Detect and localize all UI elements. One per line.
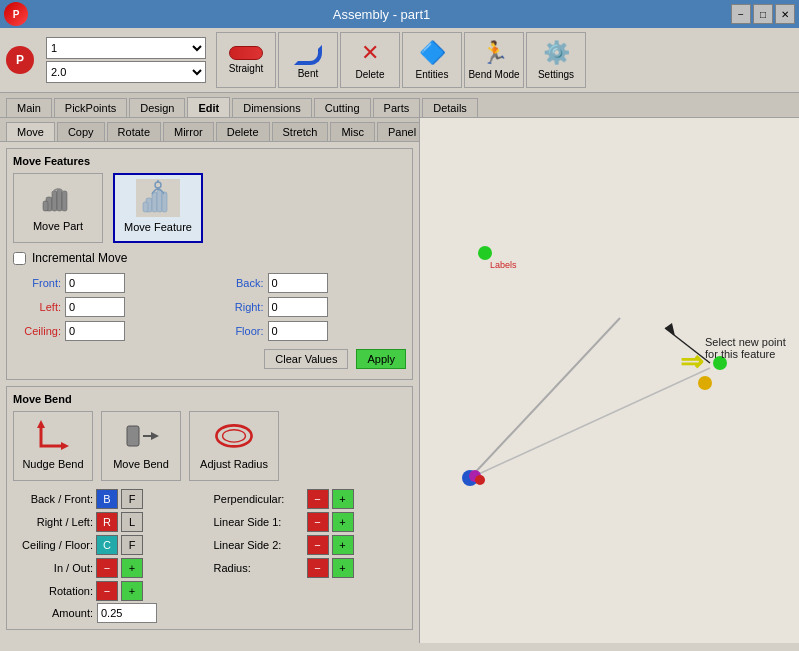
move-feature-label: Move Feature [124,221,192,233]
svg-rect-8 [162,192,167,212]
dropdown-2[interactable]: 2.0 [46,61,206,83]
front-input[interactable] [65,273,125,293]
move-bend-section: Move Bend Nudge Bend [6,386,413,630]
floor-input[interactable] [268,321,328,341]
delete-toolbar-button[interactable]: ✕ Delete [340,32,400,88]
apply-button[interactable]: Apply [356,349,406,369]
toolbar-logo-area: P [6,46,34,74]
svg-rect-1 [52,191,57,211]
maximize-button[interactable]: □ [753,4,773,24]
perpendicular-label: Perpendicular: [214,493,304,505]
settings-button[interactable]: ⚙️ Settings [526,32,586,88]
sub-tab-copy[interactable]: Copy [57,122,105,141]
ceiling-floor-row: Ceiling / Floor: C F [13,535,206,555]
svg-point-18 [223,430,246,442]
back-front-f-button[interactable]: F [121,489,143,509]
right-label: Right: [216,301,264,313]
minimize-button[interactable]: − [731,4,751,24]
nudge-bend-button[interactable]: Nudge Bend [13,411,93,481]
move-part-label: Move Part [33,220,83,232]
straight-button[interactable]: Straight [216,32,276,88]
svg-rect-2 [57,189,62,211]
bend-buttons-row: Nudge Bend Move Bend [13,411,406,481]
control-grid: Back / Front: B F Right / Left: R L Ceil… [13,489,406,601]
ceiling-floor-f-button[interactable]: F [121,535,143,555]
move-bend-label: Move Bend [113,458,169,470]
right-left-r-button[interactable]: R [96,512,118,532]
radius-row: Radius: − + [214,558,407,578]
nudge-bend-label: Nudge Bend [22,458,83,470]
tab-design[interactable]: Design [129,98,185,117]
ceiling-input[interactable] [65,321,125,341]
tab-details[interactable]: Details [422,98,478,117]
amount-input[interactable] [97,603,157,623]
linear-side1-row: Linear Side 1: − + [214,512,407,532]
svg-rect-15 [127,426,139,446]
in-out-label: In / Out: [13,562,93,574]
sub-tab-delete[interactable]: Delete [216,122,270,141]
perp-minus-button[interactable]: − [307,489,329,509]
entities-button[interactable]: 🔷 Entities [402,32,462,88]
bend-mode-button[interactable]: 🏃 Bend Mode [464,32,524,88]
arrow-right-icon: ⇒ [680,348,703,376]
close-button[interactable]: ✕ [775,4,795,24]
sub-tab-misc[interactable]: Misc [330,122,375,141]
linear1-minus-button[interactable]: − [307,512,329,532]
tab-dimensions[interactable]: Dimensions [232,98,311,117]
linear1-plus-button[interactable]: + [332,512,354,532]
svg-marker-14 [37,420,45,428]
window-controls: − □ ✕ [731,4,795,24]
move-part-button[interactable]: Move Part [13,173,103,243]
sub-tab-rotate[interactable]: Rotate [107,122,161,141]
in-out-row: In / Out: − + [13,558,206,578]
back-front-b-button[interactable]: B [96,489,118,509]
move-feature-icon [136,179,180,217]
move-part-icon [36,178,80,216]
bent-button[interactable]: Bent [278,32,338,88]
main-layout: Move Copy Rotate Mirror Delete Stretch M… [0,118,799,643]
entities-label: Entities [416,69,449,80]
back-input[interactable] [268,273,328,293]
radius-minus-button[interactable]: − [307,558,329,578]
tab-pickpoints[interactable]: PickPoints [54,98,127,117]
linear2-plus-button[interactable]: + [332,535,354,555]
left-input[interactable] [65,297,125,317]
sub-tab-move[interactable]: Move [6,122,55,141]
tab-cutting[interactable]: Cutting [314,98,371,117]
linear-side2-row: Linear Side 2: − + [214,535,407,555]
move-feature-button[interactable]: Move Feature [113,173,203,243]
move-bend-button[interactable]: Move Bend [101,411,181,481]
sub-tab-mirror[interactable]: Mirror [163,122,214,141]
straight-label: Straight [229,63,263,74]
action-buttons-row: Clear Values Apply [13,349,406,369]
in-out-plus-button[interactable]: + [121,558,143,578]
svg-point-21 [478,246,492,260]
back-front-label: Back / Front: [13,493,93,505]
svg-rect-7 [157,190,162,212]
right-input[interactable] [268,297,328,317]
right-left-l-button[interactable]: L [121,512,143,532]
dropdown-1[interactable]: 1 [46,37,206,59]
tab-parts[interactable]: Parts [373,98,421,117]
linear2-minus-button[interactable]: − [307,535,329,555]
move-bend-icon [119,416,163,454]
tab-main[interactable]: Main [6,98,52,117]
nudge-bend-icon [31,416,75,454]
adjust-radius-button[interactable]: Adjust Radius [189,411,279,481]
settings-icon: ⚙️ [543,40,570,66]
in-out-minus-button[interactable]: − [96,558,118,578]
rotation-plus-button[interactable]: + [121,581,143,601]
back-front-row: Back / Front: B F [13,489,206,509]
rotation-minus-button[interactable]: − [96,581,118,601]
right-canvas: Labels ⇒ Select new point for this featu… [420,118,799,643]
sub-tab-panel[interactable]: Panel [377,122,420,141]
radius-plus-button[interactable]: + [332,558,354,578]
tab-edit[interactable]: Edit [187,97,230,117]
perp-plus-button[interactable]: + [332,489,354,509]
amount-row: Amount: [13,603,406,623]
sub-tab-stretch[interactable]: Stretch [272,122,329,141]
ceiling-floor-c-button[interactable]: C [96,535,118,555]
incremental-move-checkbox[interactable] [13,252,26,265]
clear-values-button[interactable]: Clear Values [264,349,348,369]
right-left-row: Right / Left: R L [13,512,206,532]
